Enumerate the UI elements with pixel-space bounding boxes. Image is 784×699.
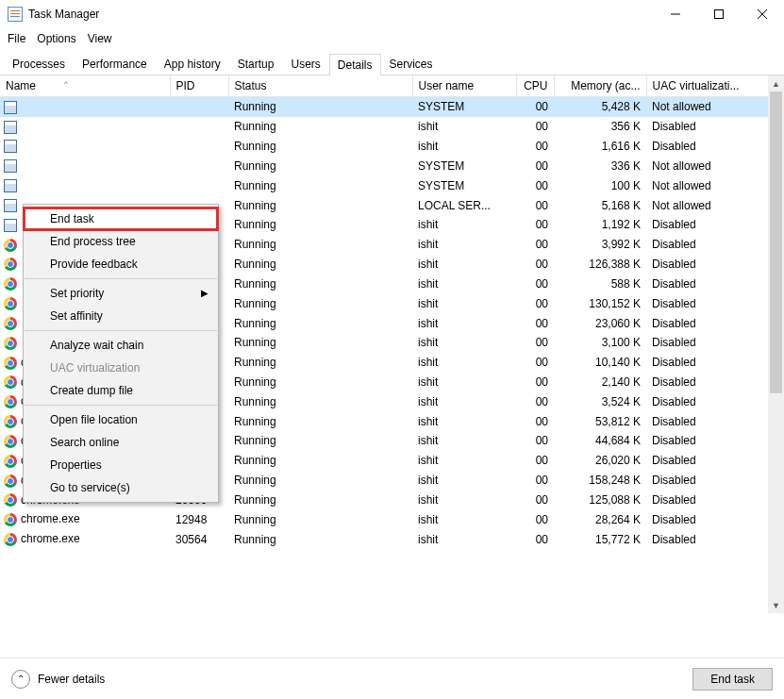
minimize-button[interactable] xyxy=(654,0,697,28)
cell-pid xyxy=(170,117,228,137)
cell-cpu: 00 xyxy=(516,491,554,510)
tab-performance[interactable]: Performance xyxy=(74,53,156,75)
cell-user: ishit xyxy=(412,509,516,529)
cell-uac: Disabled xyxy=(646,333,784,353)
table-row[interactable]: RunningSYSTEM00336 KNot allowed xyxy=(0,156,784,175)
col-status[interactable]: Status xyxy=(228,75,412,97)
chrome-icon xyxy=(4,455,17,468)
cell-status: Running xyxy=(228,137,412,157)
vertical-scrollbar[interactable]: ▲ ▼ xyxy=(768,75,784,613)
cell-status: Running xyxy=(228,451,412,471)
cell-status: Running xyxy=(228,491,412,510)
cell-user: ishit xyxy=(412,137,516,157)
chrome-icon xyxy=(4,239,17,252)
col-user[interactable]: User name xyxy=(412,75,516,97)
menu-analyze-wait-chain[interactable]: Analyze wait chain xyxy=(24,334,218,357)
chrome-icon xyxy=(4,493,17,507)
cell-uac: Not allowed xyxy=(646,97,784,117)
menu-end-task[interactable]: End task xyxy=(24,208,218,230)
menu-file[interactable]: File xyxy=(8,32,25,45)
menu-open-file-location[interactable]: Open file location xyxy=(24,408,218,431)
cell-user: ishit xyxy=(412,353,516,373)
table-row[interactable]: chrome.exe12948Runningishit0028,264 KDis… xyxy=(0,509,784,529)
col-memory[interactable]: Memory (ac... xyxy=(554,75,646,97)
tab-app-history[interactable]: App history xyxy=(156,53,229,75)
close-button[interactable] xyxy=(741,0,784,28)
col-pid[interactable]: PID xyxy=(170,75,228,97)
tab-users[interactable]: Users xyxy=(282,53,328,75)
table-row[interactable]: Runningishit00356 KDisabled xyxy=(0,117,784,137)
cell-uac: Disabled xyxy=(646,215,784,235)
table-row[interactable]: RunningSYSTEM00100 KNot allowed xyxy=(0,175,784,195)
table-row[interactable]: Runningishit001,616 KDisabled xyxy=(0,137,784,157)
cell-uac: Disabled xyxy=(646,509,784,529)
tab-services[interactable]: Services xyxy=(381,53,442,75)
cell-user: ishit xyxy=(412,373,516,392)
chrome-icon xyxy=(4,415,17,428)
cell-uac: Disabled xyxy=(646,491,784,510)
tab-details[interactable]: Details xyxy=(329,54,381,75)
cell-memory: 10,140 K xyxy=(554,353,646,373)
cell-status: Running xyxy=(228,175,412,195)
table-row[interactable]: chrome.exe30564Runningishit0015,772 KDis… xyxy=(0,529,784,549)
menu-separator xyxy=(25,278,217,279)
chrome-icon xyxy=(4,337,17,350)
scroll-down-arrow-icon[interactable]: ▼ xyxy=(768,597,784,613)
cell-cpu: 00 xyxy=(516,373,554,392)
menu-set-affinity[interactable]: Set affinity xyxy=(24,305,218,327)
cell-user: ishit xyxy=(412,411,516,431)
cell-cpu: 00 xyxy=(516,353,554,373)
cell-memory: 23,060 K xyxy=(554,313,646,333)
menu-provide-feedback[interactable]: Provide feedback xyxy=(24,253,218,275)
menu-properties[interactable]: Properties xyxy=(24,454,218,476)
tab-startup[interactable]: Startup xyxy=(229,53,283,75)
cell-uac: Disabled xyxy=(646,373,784,392)
col-name[interactable]: Name^ xyxy=(0,75,170,97)
col-uac[interactable]: UAC virtualizati... xyxy=(646,75,784,97)
col-cpu[interactable]: CPU xyxy=(516,75,554,97)
cell-cpu: 00 xyxy=(516,313,554,333)
cell-status: Running xyxy=(228,117,412,137)
table-row[interactable]: RunningSYSTEM005,428 KNot allowed xyxy=(0,97,784,117)
menu-create-dump-file[interactable]: Create dump file xyxy=(24,379,218,402)
cell-status: Running xyxy=(228,97,412,117)
cell-memory: 100 K xyxy=(554,175,646,195)
menu-set-priority[interactable]: Set priority▶ xyxy=(24,282,218,305)
cell-uac: Disabled xyxy=(646,235,784,255)
cell-memory: 44,684 K xyxy=(554,431,646,451)
cell-memory: 1,192 K xyxy=(554,215,646,235)
chrome-icon xyxy=(4,317,17,330)
cell-pid xyxy=(170,175,228,195)
tab-processes[interactable]: Processes xyxy=(4,53,74,75)
menu-options[interactable]: Options xyxy=(37,32,75,45)
cell-pid: 12948 xyxy=(170,509,228,529)
menu-separator xyxy=(25,330,217,331)
scroll-up-arrow-icon[interactable]: ▲ xyxy=(768,75,784,92)
end-task-button[interactable]: End task xyxy=(692,668,773,691)
cell-user: ishit xyxy=(412,529,516,549)
cell-status: Running xyxy=(228,333,412,353)
cell-uac: Disabled xyxy=(646,431,784,451)
window-title: Task Manager xyxy=(28,8,654,21)
cell-user: ishit xyxy=(412,451,516,471)
chrome-icon xyxy=(4,277,17,291)
maximize-button[interactable] xyxy=(697,0,741,28)
cell-uac: Disabled xyxy=(646,471,784,491)
menu-go-to-services[interactable]: Go to service(s) xyxy=(24,476,218,499)
menu-search-online[interactable]: Search online xyxy=(24,431,218,454)
fewer-details-button[interactable]: ⌃ Fewer details xyxy=(11,670,105,689)
context-menu: End task End process tree Provide feedba… xyxy=(23,204,219,503)
footer: ⌃ Fewer details End task xyxy=(0,657,784,699)
cell-status: Running xyxy=(228,195,412,215)
cell-memory: 356 K xyxy=(554,117,646,137)
scrollbar-thumb[interactable] xyxy=(770,92,782,393)
cell-uac: Disabled xyxy=(646,313,784,333)
cell-status: Running xyxy=(228,293,412,313)
menu-view[interactable]: View xyxy=(88,32,112,45)
menu-end-process-tree[interactable]: End process tree xyxy=(24,230,218,253)
task-manager-icon xyxy=(8,7,23,22)
cell-user: ishit xyxy=(412,391,516,411)
cell-memory: 15,772 K xyxy=(554,529,646,549)
cell-uac: Disabled xyxy=(646,137,784,157)
menu-uac-virtualization: UAC virtualization xyxy=(24,357,218,379)
